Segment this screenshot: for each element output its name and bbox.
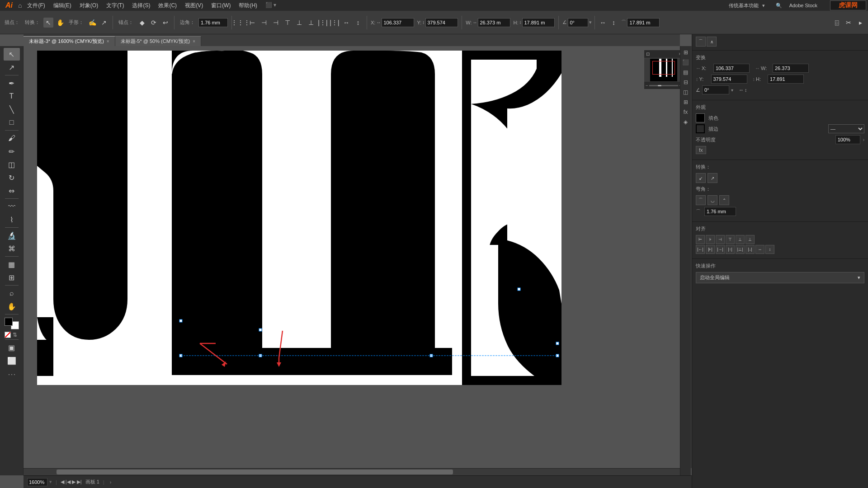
tool-warp[interactable]: 〰 [4,200,20,213]
right-mini-2[interactable]: ⬛ [681,58,690,67]
first-page-icon[interactable]: |◀ [66,479,71,485]
mirror-h-icon[interactable]: ↔ [598,18,608,28]
mirror-v-icon[interactable]: ↕ [609,18,618,28]
tool-more[interactable]: ⋯ [8,369,16,379]
align-center-v-btn[interactable]: ⊥ [736,235,745,244]
stroke-color-swatch[interactable] [696,124,705,133]
distribute-h[interactable]: |⋮| [318,18,328,28]
tool-blend[interactable]: ⌘ [4,242,20,255]
tool-zoom[interactable]: ⌕ [4,287,20,300]
align-bottom[interactable]: ⊥ [306,18,316,28]
tab-1[interactable]: 未标题-3* @ 1600% (CMYK/预览) × [24,36,115,46]
right-mini-6[interactable]: ⊞ [681,98,690,107]
corner2-value-input[interactable] [627,18,660,27]
menu-view[interactable]: 视图(V) [181,1,207,10]
dist-h-space[interactable]: ↔ [755,245,764,254]
tool-artboard[interactable]: ⬜ [4,354,20,367]
right-mini-4[interactable]: ⊟ [681,78,690,87]
menu-object[interactable]: 对象(O) [76,1,102,10]
dist-v-space[interactable]: ↕ [765,245,774,254]
tool-eyedropper[interactable]: 🔬 [4,229,20,242]
corner-round-icon[interactable]: ◡ [708,195,717,205]
right-mini-3[interactable]: ▤ [681,68,690,77]
transform-icon-1[interactable]: ↙ [696,173,706,183]
scroll-horizontal[interactable] [24,468,684,475]
tab-2[interactable]: 未标题-5* @ 50% (CMYK/预览) × [115,36,201,46]
last-page-icon[interactable]: ▶| [77,479,82,485]
corner-panel-input[interactable] [704,207,736,216]
more-icon[interactable]: ▸ [855,18,865,28]
angle-chevron[interactable]: ▾ [589,19,592,25]
tool-rotate[interactable]: ↻ [4,171,20,184]
align-center-v[interactable]: ⊥ [294,18,304,28]
tool-pen[interactable]: ✒ [4,77,20,89]
anchor-icon-1[interactable]: ◆ [137,18,147,28]
next-page-icon[interactable]: ▶ [72,479,75,485]
w-value-input[interactable] [478,18,510,27]
menu-extra[interactable]: ⬛ ▾ [262,1,280,10]
w-panel-input[interactable] [773,64,809,73]
right-mini-5[interactable]: ◫ [681,88,690,97]
align-top[interactable]: ⊤ [283,18,292,28]
quick-action-button[interactable]: 启动全局编辑 ▾ [696,272,864,283]
align-left[interactable]: ⊢ [247,18,257,28]
reshape-icon[interactable]: ⌹ [832,18,842,28]
tool-mesh[interactable]: ⊞ [4,271,20,284]
mirror-v-panel[interactable]: ↕ [745,87,747,93]
convert-corner[interactable]: ∧ [707,37,717,47]
select-tool-icon[interactable]: ↖ [43,18,53,28]
adobe-stock-label[interactable]: Adobe Stock [789,3,817,8]
y-panel-input[interactable] [711,75,747,84]
tool-screen-modes[interactable]: ▣ [4,341,20,354]
menu-help[interactable]: 帮助(H) [235,1,261,10]
nav-zoom-slider[interactable] [658,85,661,86]
tool-shape[interactable]: □ [4,116,20,129]
status-chevron[interactable]: › [110,479,112,485]
nav-zoom-out[interactable]: − [646,83,648,88]
search-icon[interactable]: 🔍 [776,3,782,9]
tab-1-close[interactable]: × [107,39,109,44]
tool-graph[interactable]: ⌇ [4,213,20,226]
tool-hand[interactable]: ✋ [4,300,20,313]
mirror-h-panel[interactable]: ↔ [739,87,744,93]
convert-smooth[interactable]: ⌒ [696,37,706,47]
prev-page-icon[interactable]: ◀ [61,479,64,485]
dist-bottom-btn[interactable]: |↓| [745,245,755,254]
home-icon[interactable]: ⌂ [18,2,22,9]
zoom-input[interactable] [27,478,47,486]
transform-icon-2[interactable]: ↗ [708,173,717,183]
align-top-btn[interactable]: ⊤ [726,235,735,244]
y-value-input[interactable] [425,18,458,27]
space-h[interactable]: ↔ [341,18,351,28]
workspace-label[interactable]: 传统基本功能 [729,2,759,9]
corner-angle-icon[interactable]: ⌃ [719,195,729,205]
h-value-input[interactable] [522,18,555,27]
tool-paintbrush[interactable]: 🖌 [4,132,20,145]
angle-panel-input[interactable] [702,85,729,94]
menu-effect[interactable]: 效果(C) [155,1,180,10]
align-right[interactable]: ⊣ [271,18,281,28]
stroke-swatch[interactable] [5,318,13,326]
distribute-v[interactable]: |⋮| [330,18,340,28]
tool-gradient[interactable]: ▦ [4,258,20,271]
opacity-chevron[interactable]: › [863,137,864,142]
opacity-input[interactable] [835,135,860,144]
menu-select[interactable]: 选择(S) [128,1,154,10]
dist-center-v-btn[interactable]: |⊥| [736,245,745,254]
tool-line[interactable]: ╲ [4,103,20,116]
x-value-input[interactable] [382,18,414,27]
tool-eraser[interactable]: ◫ [4,158,20,171]
artboard[interactable]: 接下来我们对字体的边角进行调整，拖动笔画边角的锚点向内拖动，将直角调整为圆角 [37,51,561,344]
align-icon-1[interactable]: ⋮⋮⋮ [236,18,245,28]
align-left-btn[interactable]: ⊢ [696,235,705,244]
swap-icon[interactable]: ⇅ [13,332,19,338]
dist-top-btn[interactable]: |↑| [726,245,735,254]
h-panel-input[interactable] [768,75,804,84]
align-right-btn[interactable]: ⊣ [716,235,725,244]
dist-center-h-btn[interactable]: |⊧| [706,245,715,254]
zoom-chevron[interactable]: ▾ [49,479,52,485]
tool-reflect[interactable]: ⇔ [4,184,20,197]
angle-chevron-panel[interactable]: ▾ [731,88,733,93]
align-center-h[interactable]: ⊣ [259,18,269,28]
dist-right-btn[interactable]: |→| [716,245,725,254]
